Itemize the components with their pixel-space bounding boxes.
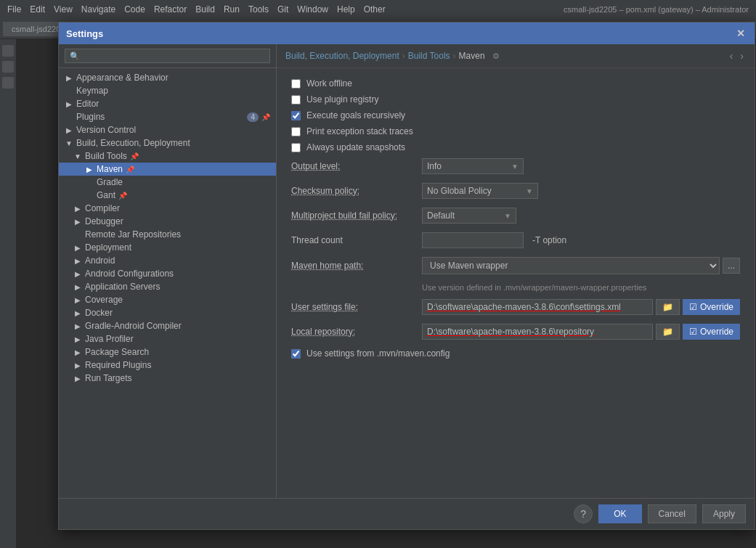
- menu-navigate[interactable]: Navigate: [77, 3, 120, 16]
- menu-help[interactable]: Help: [333, 3, 359, 16]
- menu-window[interactable]: Window: [293, 3, 333, 16]
- dialog-title-bar: Settings ✕: [59, 23, 755, 39]
- dialog-title: Settings: [66, 28, 103, 39]
- window-title: csmall-jsd2205 – pom.xml (gateway) – Adm…: [559, 4, 753, 15]
- menu-file[interactable]: File: [3, 3, 25, 16]
- menu-tools[interactable]: Tools: [244, 3, 273, 16]
- menu-build[interactable]: Build: [191, 3, 219, 16]
- menu-view[interactable]: View: [49, 3, 77, 16]
- menu-code[interactable]: Code: [120, 3, 150, 16]
- menu-refactor[interactable]: Refactor: [150, 3, 191, 16]
- menu-edit[interactable]: Edit: [25, 3, 49, 16]
- close-button[interactable]: ✕: [734, 27, 747, 39]
- menu-run[interactable]: Run: [219, 3, 244, 16]
- tab-label: csmall-jsd2205: [12, 25, 65, 33]
- menu-other[interactable]: Other: [359, 3, 390, 16]
- settings-dialog: Settings ✕ ▶ Appearance & Behavior Keyma…: [58, 22, 755, 39]
- menu-bar: File Edit View Navigate Code Refactor Bu…: [0, 0, 756, 19]
- menu-git[interactable]: Git: [273, 3, 293, 16]
